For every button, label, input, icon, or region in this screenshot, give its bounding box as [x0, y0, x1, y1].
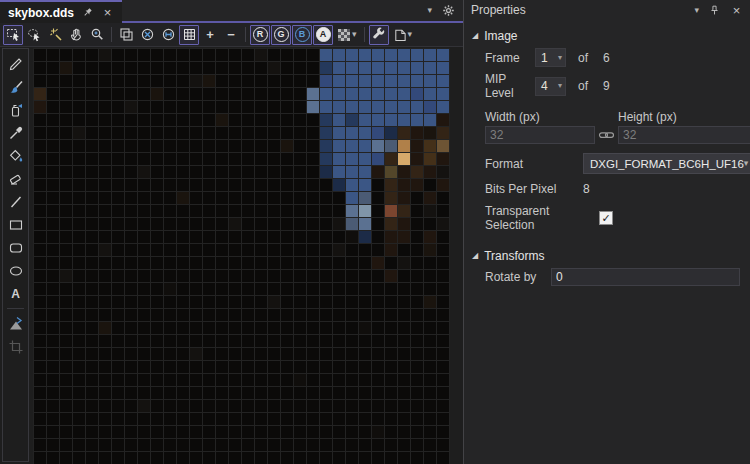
pixel-cell[interactable] — [437, 75, 449, 87]
pixel-cell[interactable] — [411, 296, 423, 308]
pixel-cell[interactable] — [424, 231, 436, 243]
pixel-cell[interactable] — [359, 283, 371, 295]
pixel-cell[interactable] — [190, 270, 202, 282]
pixel-cell[interactable] — [255, 257, 267, 269]
pixel-cell[interactable] — [125, 127, 137, 139]
pixel-cell[interactable] — [47, 361, 59, 373]
pixel-cell[interactable] — [60, 75, 72, 87]
pixel-cell[interactable] — [385, 114, 397, 126]
pixel-cell[interactable] — [242, 62, 254, 74]
pixel-cell[interactable] — [190, 348, 202, 360]
pixel-cell[interactable] — [34, 348, 46, 360]
pixel-cell[interactable] — [60, 192, 72, 204]
pixel-cell[interactable] — [73, 62, 85, 74]
pixel-cell[interactable] — [294, 335, 306, 347]
pixel-cell[interactable] — [99, 231, 111, 243]
pixel-cell[interactable] — [346, 452, 358, 464]
pixel-cell[interactable] — [307, 140, 319, 152]
pixel-cell[interactable] — [229, 335, 241, 347]
pixel-cell[interactable] — [398, 257, 410, 269]
pixel-cell[interactable] — [177, 400, 189, 412]
pixel-cell[interactable] — [99, 283, 111, 295]
pixel-cell[interactable] — [99, 374, 111, 386]
pixel-cell[interactable] — [372, 179, 384, 191]
pixel-cell[interactable] — [151, 101, 163, 113]
pixel-cell[interactable] — [60, 205, 72, 217]
pixel-cell[interactable] — [320, 283, 332, 295]
pixel-cell[interactable] — [203, 231, 215, 243]
pixel-cell[interactable] — [229, 101, 241, 113]
pixel-cell[interactable] — [333, 114, 345, 126]
pixel-cell[interactable] — [385, 140, 397, 152]
pixel-cell[interactable] — [60, 309, 72, 321]
pixel-cell[interactable] — [398, 400, 410, 412]
pixel-cell[interactable] — [424, 153, 436, 165]
pixel-cell[interactable] — [294, 452, 306, 464]
pixel-cell[interactable] — [112, 439, 124, 451]
pixel-cell[interactable] — [307, 283, 319, 295]
pixel-cell[interactable] — [255, 153, 267, 165]
pixel-cell[interactable] — [281, 374, 293, 386]
pixel-cell[interactable] — [268, 75, 280, 87]
pixel-cell[interactable] — [177, 218, 189, 230]
pixel-cell[interactable] — [47, 413, 59, 425]
pixel-cell[interactable] — [99, 62, 111, 74]
pixel-cell[interactable] — [424, 192, 436, 204]
pixel-cell[interactable] — [125, 283, 137, 295]
pixel-cell[interactable] — [359, 413, 371, 425]
pixel-cell[interactable] — [60, 62, 72, 74]
pixel-cell[interactable] — [203, 309, 215, 321]
pixel-cell[interactable] — [47, 62, 59, 74]
pixel-cell[interactable] — [398, 166, 410, 178]
pixel-cell[interactable] — [34, 335, 46, 347]
pixel-cell[interactable] — [346, 283, 358, 295]
pixel-cell[interactable] — [151, 75, 163, 87]
pixel-cell[interactable] — [34, 231, 46, 243]
pixel-cell[interactable] — [125, 296, 137, 308]
pixel-cell[interactable] — [372, 101, 384, 113]
pixel-cell[interactable] — [346, 413, 358, 425]
pixel-cell[interactable] — [164, 114, 176, 126]
pixel-cell[interactable] — [255, 127, 267, 139]
pixel-cell[interactable] — [242, 49, 254, 61]
pixel-cell[interactable] — [372, 335, 384, 347]
pixel-cell[interactable] — [424, 387, 436, 399]
pixel-cell[interactable] — [242, 179, 254, 191]
pixel-cell[interactable] — [346, 101, 358, 113]
pixel-cell[interactable] — [320, 426, 332, 438]
pixel-cell[interactable] — [60, 361, 72, 373]
pixel-cell[interactable] — [333, 335, 345, 347]
pixel-cell[interactable] — [34, 361, 46, 373]
pixel-cell[interactable] — [229, 49, 241, 61]
pixel-cell[interactable] — [268, 374, 280, 386]
gradient-tool-button[interactable] — [6, 314, 25, 333]
pixel-cell[interactable] — [359, 439, 371, 451]
pixel-cell[interactable] — [385, 335, 397, 347]
pixel-cell[interactable] — [398, 374, 410, 386]
pixel-cell[interactable] — [34, 257, 46, 269]
pixel-cell[interactable] — [281, 361, 293, 373]
pixel-cell[interactable] — [190, 88, 202, 100]
pixel-cell[interactable] — [372, 400, 384, 412]
pixel-cell[interactable] — [138, 413, 150, 425]
pixel-cell[interactable] — [320, 49, 332, 61]
pixel-cell[interactable] — [112, 218, 124, 230]
pixel-cell[interactable] — [177, 270, 189, 282]
pixel-cell[interactable] — [281, 75, 293, 87]
pixel-cell[interactable] — [73, 205, 85, 217]
pixel-cell[interactable] — [151, 257, 163, 269]
pixel-cell[interactable] — [229, 270, 241, 282]
pixel-cell[interactable] — [190, 426, 202, 438]
pixel-cell[interactable] — [138, 400, 150, 412]
pixel-cell[interactable] — [268, 283, 280, 295]
pixel-cell[interactable] — [229, 296, 241, 308]
pixel-cell[interactable] — [268, 218, 280, 230]
pixel-cell[interactable] — [138, 166, 150, 178]
pixel-cell[interactable] — [86, 387, 98, 399]
pixel-cell[interactable] — [385, 348, 397, 360]
pixel-cell[interactable] — [138, 244, 150, 256]
pixel-cell[interactable] — [34, 439, 46, 451]
pixel-cell[interactable] — [86, 348, 98, 360]
pixel-cell[interactable] — [411, 75, 423, 87]
pixel-cell[interactable] — [411, 244, 423, 256]
